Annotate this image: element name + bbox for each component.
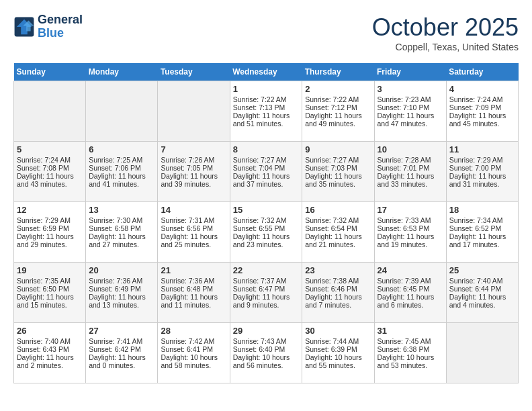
daylight-text: Daylight: 11 hours and 47 minutes.	[378, 111, 443, 128]
calendar-cell: 16Sunrise: 7:32 AMSunset: 6:54 PMDayligh…	[302, 202, 374, 263]
calendar-cell: 17Sunrise: 7:33 AMSunset: 6:53 PMDayligh…	[374, 202, 446, 263]
calendar-cell: 9Sunrise: 7:27 AMSunset: 7:03 PMDaylight…	[302, 142, 374, 202]
sunrise-text: Sunrise: 7:34 AM	[449, 216, 515, 224]
day-number: 4	[449, 84, 515, 94]
sunrise-text: Sunrise: 7:29 AM	[449, 156, 515, 164]
sunrise-text: Sunrise: 7:23 AM	[378, 95, 443, 103]
logo: General Blue	[13, 13, 83, 40]
sunrise-text: Sunrise: 7:43 AM	[233, 337, 300, 345]
daylight-text: Daylight: 11 hours and 45 minutes.	[449, 111, 515, 128]
sunrise-text: Sunrise: 7:32 AM	[305, 216, 371, 224]
calendar-cell	[14, 81, 86, 142]
weekday-header: Friday	[374, 63, 446, 81]
day-number: 28	[161, 326, 226, 336]
sunset-text: Sunset: 6:39 PM	[305, 345, 371, 353]
sunrise-text: Sunrise: 7:40 AM	[449, 277, 515, 285]
calendar-table: SundayMondayTuesdayWednesdayThursdayFrid…	[13, 63, 519, 383]
day-number: 26	[17, 326, 83, 336]
title-block: October 2025 Coppell, Texas, United Stat…	[372, 13, 519, 52]
sunrise-text: Sunrise: 7:31 AM	[161, 216, 226, 224]
sunrise-text: Sunrise: 7:22 AM	[233, 95, 300, 103]
sunset-text: Sunset: 7:09 PM	[449, 103, 515, 111]
daylight-text: Daylight: 11 hours and 39 minutes.	[161, 172, 226, 188]
daylight-text: Daylight: 11 hours and 17 minutes.	[449, 232, 515, 248]
day-number: 10	[378, 144, 443, 154]
sunset-text: Sunset: 7:00 PM	[449, 164, 515, 172]
day-number: 15	[233, 205, 300, 215]
sunrise-text: Sunrise: 7:29 AM	[17, 216, 83, 224]
daylight-text: Daylight: 11 hours and 15 minutes.	[17, 293, 83, 309]
day-number: 21	[161, 265, 226, 275]
calendar-header: SundayMondayTuesdayWednesdayThursdayFrid…	[14, 63, 519, 81]
day-number: 18	[449, 205, 515, 215]
daylight-text: Daylight: 11 hours and 49 minutes.	[305, 111, 371, 128]
sunrise-text: Sunrise: 7:44 AM	[305, 337, 371, 345]
sunset-text: Sunset: 6:56 PM	[161, 224, 226, 232]
calendar-cell	[158, 81, 230, 142]
calendar-cell: 28Sunrise: 7:42 AMSunset: 6:41 PMDayligh…	[158, 323, 230, 383]
weekday-header: Monday	[86, 63, 158, 81]
calendar-cell: 3Sunrise: 7:23 AMSunset: 7:10 PMDaylight…	[374, 81, 446, 142]
sunrise-text: Sunrise: 7:41 AM	[89, 337, 154, 345]
sunrise-text: Sunrise: 7:24 AM	[17, 156, 83, 164]
sunset-text: Sunset: 7:05 PM	[161, 164, 226, 172]
daylight-text: Daylight: 11 hours and 9 minutes.	[233, 293, 300, 309]
daylight-text: Daylight: 11 hours and 4 minutes.	[449, 293, 515, 309]
day-number: 19	[17, 265, 83, 275]
sunrise-text: Sunrise: 7:24 AM	[449, 95, 515, 103]
day-number: 11	[449, 144, 515, 154]
daylight-text: Daylight: 11 hours and 43 minutes.	[17, 172, 83, 188]
day-number: 13	[89, 205, 154, 215]
day-number: 5	[17, 144, 83, 154]
sunset-text: Sunset: 6:54 PM	[305, 224, 371, 232]
logo-icon	[13, 16, 35, 38]
sunset-text: Sunset: 6:53 PM	[378, 224, 443, 232]
calendar-body: 1Sunrise: 7:22 AMSunset: 7:13 PMDaylight…	[14, 81, 519, 383]
daylight-text: Daylight: 10 hours and 56 minutes.	[233, 353, 300, 369]
daylight-text: Daylight: 11 hours and 29 minutes.	[17, 232, 83, 248]
sunset-text: Sunset: 7:06 PM	[89, 164, 154, 172]
sunrise-text: Sunrise: 7:45 AM	[378, 337, 443, 345]
day-number: 20	[89, 265, 154, 275]
sunrise-text: Sunrise: 7:36 AM	[161, 277, 226, 285]
sunrise-text: Sunrise: 7:36 AM	[89, 277, 154, 285]
calendar-cell: 18Sunrise: 7:34 AMSunset: 6:52 PMDayligh…	[446, 202, 518, 263]
month-title: October 2025	[372, 13, 519, 42]
daylight-text: Daylight: 11 hours and 7 minutes.	[305, 293, 371, 309]
sunset-text: Sunset: 6:42 PM	[89, 345, 154, 353]
daylight-text: Daylight: 10 hours and 53 minutes.	[378, 353, 443, 369]
day-number: 9	[305, 144, 371, 154]
sunset-text: Sunset: 6:45 PM	[378, 285, 443, 293]
daylight-text: Daylight: 11 hours and 23 minutes.	[233, 232, 300, 248]
location: Coppell, Texas, United States	[372, 42, 519, 52]
calendar-cell: 8Sunrise: 7:27 AMSunset: 7:04 PMDaylight…	[230, 142, 302, 202]
day-number: 12	[17, 205, 83, 215]
day-number: 29	[233, 326, 300, 336]
daylight-text: Daylight: 11 hours and 33 minutes.	[378, 172, 443, 188]
sunset-text: Sunset: 6:52 PM	[449, 224, 515, 232]
calendar-week-row: 1Sunrise: 7:22 AMSunset: 7:13 PMDaylight…	[14, 81, 519, 142]
calendar-week-row: 19Sunrise: 7:35 AMSunset: 6:50 PMDayligh…	[14, 263, 519, 323]
calendar-cell: 24Sunrise: 7:39 AMSunset: 6:45 PMDayligh…	[374, 263, 446, 323]
sunset-text: Sunset: 6:40 PM	[233, 345, 300, 353]
weekday-header: Tuesday	[158, 63, 230, 81]
calendar-cell: 10Sunrise: 7:28 AMSunset: 7:01 PMDayligh…	[374, 142, 446, 202]
sunset-text: Sunset: 7:10 PM	[378, 103, 443, 111]
sunset-text: Sunset: 7:01 PM	[378, 164, 443, 172]
day-number: 31	[378, 326, 443, 336]
calendar-cell: 25Sunrise: 7:40 AMSunset: 6:44 PMDayligh…	[446, 263, 518, 323]
sunrise-text: Sunrise: 7:26 AM	[161, 156, 226, 164]
sunset-text: Sunset: 6:43 PM	[17, 345, 83, 353]
sunrise-text: Sunrise: 7:35 AM	[17, 277, 83, 285]
calendar-cell: 2Sunrise: 7:22 AMSunset: 7:12 PMDaylight…	[302, 81, 374, 142]
calendar-week-row: 26Sunrise: 7:40 AMSunset: 6:43 PMDayligh…	[14, 323, 519, 383]
daylight-text: Daylight: 11 hours and 0 minutes.	[89, 353, 154, 369]
day-number: 6	[89, 144, 154, 154]
calendar-cell: 4Sunrise: 7:24 AMSunset: 7:09 PMDaylight…	[446, 81, 518, 142]
sunrise-text: Sunrise: 7:33 AM	[378, 216, 443, 224]
sunrise-text: Sunrise: 7:32 AM	[233, 216, 300, 224]
day-number: 14	[161, 205, 226, 215]
sunset-text: Sunset: 7:03 PM	[305, 164, 371, 172]
calendar-cell: 22Sunrise: 7:37 AMSunset: 6:47 PMDayligh…	[230, 263, 302, 323]
daylight-text: Daylight: 11 hours and 21 minutes.	[305, 232, 371, 248]
